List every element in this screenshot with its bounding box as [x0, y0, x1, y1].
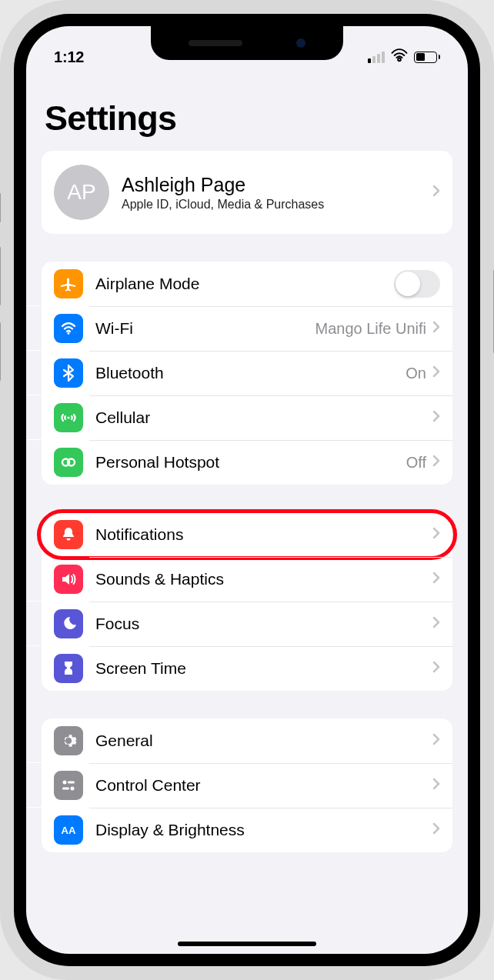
chevron-right-icon [432, 455, 440, 470]
control-center-row[interactable]: Control Center [42, 763, 452, 808]
general-label: General [95, 732, 153, 750]
svg-point-6 [71, 787, 75, 791]
notifications-label: Notifications [95, 525, 183, 544]
svg-point-1 [67, 416, 69, 418]
cellular-icon [54, 403, 83, 432]
notifications-icon [54, 520, 83, 549]
sounds-label: Sounds & Haptics [95, 570, 224, 588]
profile-subtitle: Apple ID, iCloud, Media & Purchases [122, 198, 324, 212]
screentime-row[interactable]: Screen Time [42, 646, 452, 691]
page-title: Settings [42, 74, 452, 151]
airplane-mode-label: Airplane Mode [95, 275, 199, 293]
bluetooth-row[interactable]: Bluetooth On [42, 351, 452, 395]
airplane-mode-row[interactable]: Airplane Mode [42, 262, 452, 306]
connectivity-group: Airplane Mode Wi-Fi Mango Life Unifi [42, 262, 452, 485]
display-label: Display & Brightness [95, 821, 245, 839]
status-time: 1:12 [54, 48, 84, 66]
chevron-right-icon [432, 185, 440, 200]
sounds-row[interactable]: Sounds & Haptics [42, 557, 452, 602]
settings-content: Settings AP Ashleigh Page Apple ID, iClo… [26, 74, 468, 852]
phone-bezel: 1:12 Settings [14, 14, 480, 966]
chevron-right-icon [432, 365, 440, 381]
chevron-right-icon [432, 822, 440, 838]
hotspot-icon [54, 448, 83, 477]
profile-group: AP Ashleigh Page Apple ID, iCloud, Media… [42, 151, 452, 234]
svg-text:AA: AA [62, 825, 76, 836]
bluetooth-icon [54, 358, 83, 388]
chevron-right-icon [432, 733, 440, 748]
mute-switch [0, 192, 1, 223]
bluetooth-value: On [406, 365, 426, 382]
wifi-label: Wi-Fi [95, 319, 133, 338]
home-indicator[interactable] [178, 942, 316, 946]
volume-down-button [0, 322, 1, 382]
sounds-icon [54, 565, 83, 594]
wifi-row[interactable]: Wi-Fi Mango Life Unifi [42, 306, 452, 351]
screen: 1:12 Settings [26, 26, 468, 954]
control-center-icon [54, 771, 83, 800]
hotspot-value: Off [406, 454, 426, 472]
general-icon [54, 726, 83, 755]
bluetooth-label: Bluetooth [95, 364, 164, 382]
screentime-icon [54, 654, 83, 683]
airplane-icon [54, 269, 83, 298]
front-camera [296, 38, 305, 48]
svg-point-0 [68, 332, 70, 335]
airplane-mode-toggle[interactable] [394, 270, 440, 298]
svg-rect-5 [68, 782, 75, 784]
cellular-signal-icon [368, 52, 385, 63]
general-row[interactable]: General [42, 718, 452, 763]
focus-icon [54, 609, 83, 638]
battery-icon [414, 52, 440, 63]
speaker-grill [189, 40, 242, 46]
hotspot-label: Personal Hotspot [95, 453, 219, 472]
avatar: AP [54, 165, 109, 220]
control-center-label: Control Center [95, 776, 201, 795]
svg-point-4 [63, 781, 67, 785]
chevron-right-icon [432, 572, 440, 587]
wifi-value: Mango Life Unifi [315, 320, 426, 338]
hotspot-row[interactable]: Personal Hotspot Off [42, 440, 452, 485]
chevron-right-icon [432, 321, 440, 336]
display-brightness-row[interactable]: AA Display & Brightness [42, 808, 452, 852]
volume-up-button [0, 246, 1, 306]
profile-name: Ashleigh Page [122, 174, 324, 196]
focus-row[interactable]: Focus [42, 602, 452, 646]
svg-rect-7 [62, 788, 69, 790]
notifications-row[interactable]: Notifications [42, 512, 452, 557]
wifi-icon [391, 48, 408, 65]
focus-label: Focus [95, 615, 139, 633]
chevron-right-icon [432, 616, 440, 632]
notch [151, 26, 343, 60]
cellular-row[interactable]: Cellular [42, 395, 452, 440]
notifications-group: Notifications Sounds & Haptics [42, 512, 452, 691]
chevron-right-icon [432, 410, 440, 425]
general-group: General Control Center A [42, 718, 452, 852]
display-icon: AA [54, 815, 83, 845]
chevron-right-icon [432, 527, 440, 542]
chevron-right-icon [432, 661, 440, 676]
profile-row[interactable]: AP Ashleigh Page Apple ID, iCloud, Media… [42, 151, 452, 234]
avatar-initials: AP [67, 180, 95, 205]
chevron-right-icon [432, 778, 440, 793]
wifi-row-icon [54, 314, 83, 343]
cellular-label: Cellular [95, 408, 150, 427]
screentime-label: Screen Time [95, 659, 186, 678]
phone-frame: 1:12 Settings [0, 0, 494, 980]
